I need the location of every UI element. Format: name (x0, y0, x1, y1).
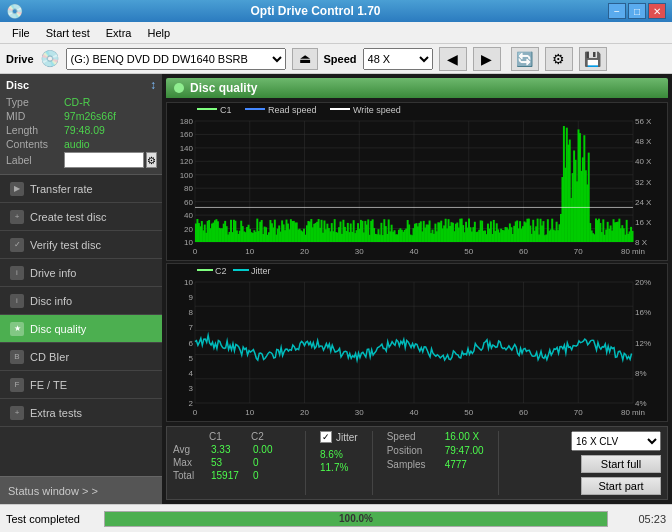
disc-quality-header: Disc quality (166, 78, 668, 98)
clv-speed-select[interactable]: 16 X CLV (571, 431, 661, 451)
maximize-button[interactable]: □ (628, 3, 646, 19)
nav-disc-info[interactable]: i Disc info (0, 287, 162, 315)
contents-label: Contents (6, 138, 64, 150)
menu-help[interactable]: Help (139, 25, 178, 41)
speed-stat-label: Speed (387, 431, 439, 442)
left-panel: Disc ↕ Type CD-R MID 97m26s66f Length 79… (0, 74, 162, 504)
nav-cd-bier-label: CD BIer (30, 351, 69, 363)
prev-speed-button[interactable]: ◀ (439, 47, 467, 71)
progress-percent: 100.0% (105, 512, 607, 526)
max-label: Max (173, 457, 207, 468)
nav-fe-te[interactable]: F FE / TE (0, 371, 162, 399)
avg-c2: 0.00 (253, 444, 291, 455)
contents-value: audio (64, 138, 90, 150)
avg-label: Avg (173, 444, 207, 455)
status-window-button[interactable]: Status window > > (0, 476, 162, 504)
drive-info-icon: i (10, 266, 24, 280)
nav-create-test-disc[interactable]: + Create test disc (0, 203, 162, 231)
drive-bar: Drive 💿 (G:) BENQ DVD DD DW1640 BSRB ⏏ S… (0, 44, 672, 74)
nav-cd-bier[interactable]: B CD BIer (0, 343, 162, 371)
nav-extra-tests[interactable]: + Extra tests (0, 399, 162, 427)
eject-button[interactable]: ⏏ (292, 48, 318, 70)
max-c1: 53 (211, 457, 249, 468)
disc-info-section: Disc ↕ Type CD-R MID 97m26s66f Length 79… (0, 74, 162, 175)
transfer-rate-icon: ▶ (10, 182, 24, 196)
max-jitter: 11.7% (320, 462, 358, 473)
stats-divider-1 (305, 431, 306, 495)
drive-icon: 💿 (40, 49, 60, 68)
create-test-disc-icon: + (10, 210, 24, 224)
speed-select[interactable]: 48 X (363, 48, 433, 70)
nav-drive-info[interactable]: i Drive info (0, 259, 162, 287)
jitter-stats: ✓ Jitter 8.6% 11.7% (320, 431, 358, 495)
close-button[interactable]: ✕ (648, 3, 666, 19)
nav-verify-test-disc-label: Verify test disc (30, 239, 101, 251)
quality-dot-icon (174, 83, 184, 93)
menu-start-test[interactable]: Start test (38, 25, 98, 41)
nav-create-test-disc-label: Create test disc (30, 211, 106, 223)
next-speed-button[interactable]: ▶ (473, 47, 501, 71)
avg-jitter: 8.6% (320, 449, 358, 460)
disc-quality-icon: ★ (10, 322, 24, 336)
nav-drive-info-label: Drive info (30, 267, 76, 279)
stats-table: C1 C2 Avg 3.33 0.00 Max 53 0 Total 15917… (173, 431, 291, 495)
title-bar: 💿 Opti Drive Control 1.70 − □ ✕ (0, 0, 672, 22)
total-c1: 15917 (211, 470, 249, 481)
minimize-button[interactable]: − (608, 3, 626, 19)
disc-info-icon: i (10, 294, 24, 308)
jitter-checkbox[interactable]: ✓ (320, 431, 332, 443)
length-value: 79:48.09 (64, 124, 105, 136)
settings-button[interactable]: ⚙ (545, 47, 573, 71)
c2-chart (167, 264, 667, 421)
app-icon: 💿 (6, 3, 23, 19)
position-label: Position (387, 445, 439, 456)
menu-file[interactable]: File (4, 25, 38, 41)
progress-bar-container: Test completed 100.0% 05:23 (0, 504, 672, 532)
nav-items: ▶ Transfer rate + Create test disc ✓ Ver… (0, 175, 162, 476)
c1-header: C1 (209, 431, 247, 442)
disc-arrow-icon[interactable]: ↕ (150, 78, 156, 92)
fe-te-icon: F (10, 378, 24, 392)
label-settings-button[interactable]: ⚙ (146, 152, 157, 168)
main-layout: Disc ↕ Type CD-R MID 97m26s66f Length 79… (0, 74, 672, 504)
menu-extra[interactable]: Extra (98, 25, 140, 41)
action-section: 16 X CLV Start full Start part (571, 431, 661, 495)
nav-transfer-rate[interactable]: ▶ Transfer rate (0, 175, 162, 203)
progress-bar: 100.0% (104, 511, 608, 527)
disc-quality-title: Disc quality (190, 81, 257, 95)
refresh-button[interactable]: 🔄 (511, 47, 539, 71)
drive-label: Drive (6, 53, 34, 65)
nav-fe-te-label: FE / TE (30, 379, 67, 391)
label-input[interactable] (64, 152, 144, 168)
mid-label: MID (6, 110, 64, 122)
nav-disc-quality[interactable]: ★ Disc quality (0, 315, 162, 343)
cd-bier-icon: B (10, 350, 24, 364)
drive-select[interactable]: (G:) BENQ DVD DD DW1640 BSRB (66, 48, 286, 70)
app-title: Opti Drive Control 1.70 (250, 4, 380, 18)
label-label: Label (6, 154, 64, 166)
status-text: Test completed (6, 513, 96, 525)
start-full-button[interactable]: Start full (581, 455, 661, 473)
nav-disc-info-label: Disc info (30, 295, 72, 307)
jitter-label: Jitter (336, 432, 358, 443)
speed-section: Speed 16.00 X Position 79:47.00 Samples … (387, 431, 484, 495)
right-panel: Disc quality (162, 74, 672, 504)
samples-label: Samples (387, 459, 439, 470)
stats-divider-2 (372, 431, 373, 495)
menu-bar: File Start test Extra Help (0, 22, 672, 44)
start-part-button[interactable]: Start part (581, 477, 661, 495)
elapsed-time: 05:23 (616, 513, 666, 525)
c2-header: C2 (251, 431, 289, 442)
stats-bar: C1 C2 Avg 3.33 0.00 Max 53 0 Total 15917… (166, 426, 668, 500)
length-label: Length (6, 124, 64, 136)
samples-value: 4777 (445, 459, 467, 470)
speed-stat-value: 16.00 X (445, 431, 479, 442)
avg-c1: 3.33 (211, 444, 249, 455)
chart-container (166, 102, 668, 422)
c1-chart-wrapper (166, 102, 668, 261)
type-value: CD-R (64, 96, 90, 108)
c2-chart-wrapper (166, 263, 668, 422)
nav-extra-tests-label: Extra tests (30, 407, 82, 419)
save-button[interactable]: 💾 (579, 47, 607, 71)
nav-verify-test-disc[interactable]: ✓ Verify test disc (0, 231, 162, 259)
